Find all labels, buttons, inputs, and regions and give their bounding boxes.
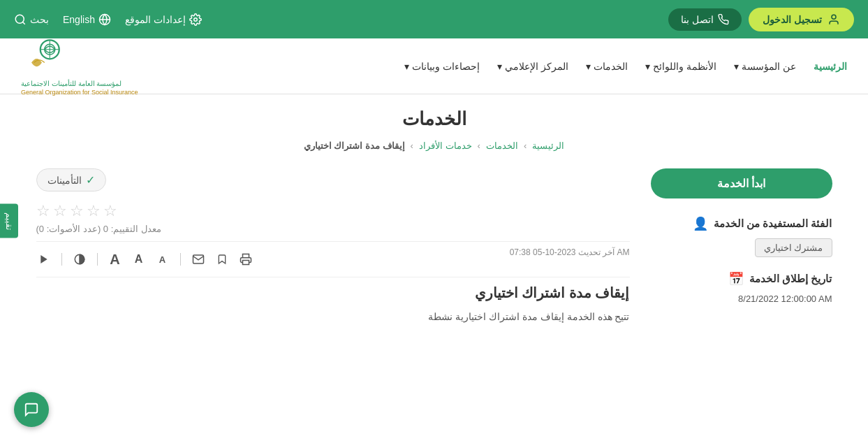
logo-text-ar: لمؤسسة العامة للتأمينات الاجتماعية <box>21 80 122 87</box>
launch-date-section: تاريخ إطلاق الخدمة 📅 8/21/2022 12:00:00 … <box>651 271 832 304</box>
launch-date-label: تاريخ إطلاق الخدمة <box>749 273 832 285</box>
rating-text: معدل التقييم: 0 (عدد الأصوات: 0) <box>36 224 161 234</box>
tamminat-label: التأمينات <box>47 175 82 186</box>
beneficiary-section: الفئة المستفيدة من الخدمة 👤 مشترك اختيار… <box>651 216 832 257</box>
user-icon <box>827 13 840 26</box>
settings-label: إعدادات الموقع <box>125 14 186 25</box>
font-medium-icon[interactable]: A <box>131 252 147 267</box>
calendar-icon: 📅 <box>728 271 744 287</box>
search-link[interactable]: بحث <box>14 13 49 26</box>
chevron-down-icon: ▾ <box>734 61 739 72</box>
breadcrumb-item-home[interactable]: الرئيسية <box>532 140 564 151</box>
font-large-icon[interactable]: A <box>108 252 123 267</box>
language-icon <box>98 13 111 26</box>
breadcrumb-item-services[interactable]: الخدمات <box>486 140 518 151</box>
nav-item-stats[interactable]: إحصاءات وبيانات ▾ <box>404 61 480 72</box>
settings-link[interactable]: إعدادات الموقع <box>125 13 202 26</box>
print-icon[interactable] <box>238 252 253 267</box>
chevron-down-icon: ▾ <box>404 61 409 72</box>
svg-line-5 <box>22 22 24 24</box>
login-button[interactable]: تسجيل الدخول <box>749 8 854 31</box>
logo-svg <box>21 36 63 78</box>
tamminat-tag: ✓ التأمينات <box>36 168 106 191</box>
service-description: تتيح هذه الخدمة إيقاف مدة اشتراك اختياري… <box>36 308 630 326</box>
settings-icon <box>189 13 202 26</box>
chevron-down-icon: ▾ <box>497 61 502 72</box>
nav-item-services[interactable]: الخدمات ▾ <box>586 61 628 72</box>
nav-item-regulations[interactable]: الأنظمة واللوائح ▾ <box>645 61 716 72</box>
star-2[interactable]: ☆ <box>87 202 101 220</box>
star-5[interactable]: ☆ <box>36 202 50 220</box>
bookmark-icon[interactable] <box>214 252 230 267</box>
nav-item-about[interactable]: عن المؤسسة ▾ <box>734 61 796 72</box>
nav-item-media[interactable]: المركز الإعلامي ▾ <box>497 61 568 72</box>
breadcrumb-separator: › <box>411 140 413 151</box>
svg-marker-8 <box>41 255 47 263</box>
feedback-tab[interactable]: تقييم <box>0 203 18 238</box>
star-3[interactable]: ☆ <box>70 202 84 220</box>
check-icon: ✓ <box>86 173 95 187</box>
star-1[interactable]: ☆ <box>103 202 117 220</box>
service-title: إيقاف مدة اشتراك اختياري <box>36 284 630 301</box>
breadcrumb-item-current: إيقاف مدة اشتراك اختياري <box>304 140 405 151</box>
star-rating[interactable]: ☆ ☆ ☆ ☆ ☆ <box>36 202 117 220</box>
svg-point-1 <box>194 17 198 21</box>
beneficiary-label: الفئة المستفيدة من الخدمة <box>714 217 832 230</box>
language-link[interactable]: English <box>63 13 111 26</box>
service-layout: ابدأ الخدمة الفئة المستفيدة من الخدمة 👤 … <box>36 168 832 326</box>
top-bar-right: تسجيل الدخول اتصل بنا <box>668 8 854 31</box>
logo-text-en: General Organization for Social Insuranc… <box>21 89 138 96</box>
breadcrumb-item-individual[interactable]: خدمات الأفراد <box>419 140 472 151</box>
page-content: الخدمات الرئيسية › الخدمات › خدمات الأفر… <box>15 94 853 340</box>
play-icon[interactable] <box>36 252 52 267</box>
top-bar: تسجيل الدخول اتصل بنا إعدادات الموقع Eng… <box>0 0 868 38</box>
login-label: تسجيل الدخول <box>763 14 822 25</box>
contact-label: اتصل بنا <box>681 14 714 25</box>
service-main: ✓ التأمينات ☆ ☆ ☆ ☆ ☆ معدل التقييم: 0 (ع… <box>36 168 630 326</box>
service-sidebar: ابدأ الخدمة الفئة المستفيدة من الخدمة 👤 … <box>651 168 832 318</box>
svg-point-4 <box>15 15 24 23</box>
font-small-icon[interactable]: A <box>155 252 170 267</box>
search-label: بحث <box>30 14 49 25</box>
page-title: الخدمات <box>36 108 832 130</box>
beneficiary-title: الفئة المستفيدة من الخدمة 👤 <box>651 216 832 231</box>
site-logo[interactable]: لمؤسسة العامة للتأمينات الاجتماعية Gener… <box>21 36 138 96</box>
launch-date-value: 8/21/2022 12:00:00 AM <box>651 294 832 304</box>
search-icon <box>14 13 27 26</box>
star-4[interactable]: ☆ <box>53 202 67 220</box>
person-icon: 👤 <box>693 216 708 231</box>
toolbar-divider <box>61 253 62 266</box>
launch-date-title: تاريخ إطلاق الخدمة 📅 <box>651 271 832 287</box>
toolbar-divider <box>97 253 98 266</box>
toolbar: A A A <box>36 241 630 277</box>
beneficiary-tag: مشترك اختياري <box>755 238 832 257</box>
nav-links: الرئيسية عن المؤسسة ▾ الأنظمة واللوائح ▾… <box>404 61 847 72</box>
svg-rect-10 <box>242 261 249 265</box>
contrast-icon[interactable] <box>72 252 87 267</box>
chevron-down-icon: ▾ <box>586 61 591 72</box>
nav-item-home[interactable]: الرئيسية <box>814 61 847 72</box>
service-tag-row: ✓ التأمينات <box>36 168 630 191</box>
update-time: آخر تحديث 2023-10-05 07:38 AM <box>510 247 630 257</box>
svg-point-0 <box>832 15 836 19</box>
breadcrumb-separator: › <box>478 140 480 151</box>
breadcrumb: الرئيسية › الخدمات › خدمات الأفراد › إيق… <box>36 140 832 151</box>
rating-section: ☆ ☆ ☆ ☆ ☆ معدل التقييم: 0 (عدد الأصوات: … <box>36 202 630 234</box>
contact-button[interactable]: اتصل بنا <box>668 8 742 31</box>
toolbar-divider <box>180 253 181 266</box>
start-service-button[interactable]: ابدأ الخدمة <box>651 168 832 198</box>
chevron-down-icon: ▾ <box>645 61 650 72</box>
phone-icon <box>718 14 729 25</box>
language-label: English <box>63 14 95 25</box>
main-nav: الرئيسية عن المؤسسة ▾ الأنظمة واللوائح ▾… <box>0 38 868 94</box>
top-bar-left: إعدادات الموقع English بحث <box>14 13 202 26</box>
email-icon[interactable] <box>191 252 206 267</box>
breadcrumb-separator: › <box>524 140 527 151</box>
